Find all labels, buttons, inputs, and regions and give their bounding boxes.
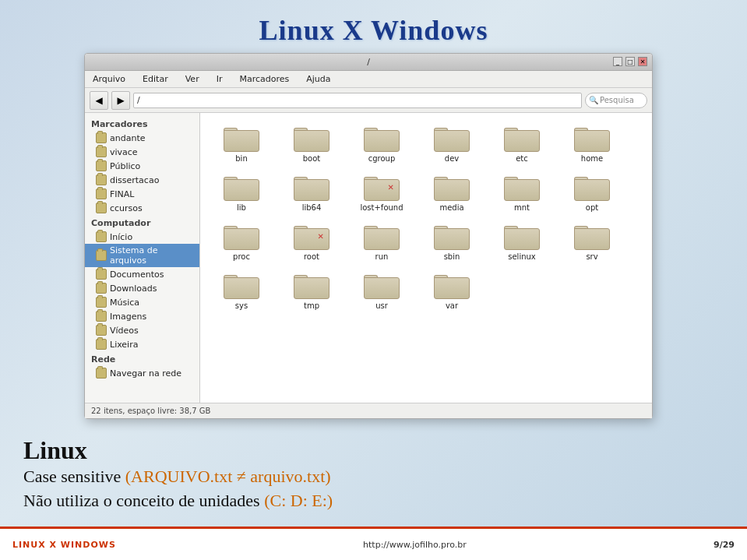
sidebar-item-final[interactable]: FINAL — [85, 187, 199, 201]
file-label-home: home — [581, 154, 603, 164]
file-item-lib64[interactable]: lib64 — [277, 168, 347, 217]
file-item-dev[interactable]: dev — [417, 119, 487, 168]
back-button[interactable]: ◀ — [90, 91, 108, 110]
sidebar-item-documentos[interactable]: Documentos — [85, 267, 199, 281]
file-item-run[interactable]: run — [347, 217, 417, 266]
sidebar-label-dissertacao: dissertacao — [110, 175, 159, 185]
file-label-srv: srv — [586, 252, 597, 262]
file-label-opt: opt — [586, 203, 598, 213]
menu-ajuda[interactable]: Ajuda — [303, 72, 333, 86]
sidebar-item-downloads[interactable]: Downloads — [85, 281, 199, 295]
file-item-root[interactable]: root — [277, 217, 347, 266]
file-item-var[interactable]: var — [417, 266, 487, 315]
file-label-root: root — [304, 252, 319, 262]
folder-icon-publico — [96, 160, 107, 171]
file-item-selinux[interactable]: selinux — [487, 217, 557, 266]
maximize-button[interactable]: □ — [625, 57, 635, 66]
file-item-boot[interactable]: boot — [277, 119, 347, 168]
file-label-var: var — [446, 301, 458, 311]
sidebar-item-inicio[interactable]: Início — [85, 230, 199, 244]
sidebar-section-rede: Rede — [85, 351, 199, 366]
file-item-lib[interactable]: lib — [206, 168, 277, 217]
folder-icon-run — [364, 222, 400, 250]
sidebar-item-dissertacao[interactable]: dissertacao — [85, 173, 199, 187]
folder-icon-selinux — [504, 222, 540, 250]
folder-icon-opt — [574, 173, 610, 201]
sidebar-label-lixeira: Lixeira — [110, 340, 138, 350]
file-item-mnt[interactable]: mnt — [487, 168, 557, 217]
file-item-etc[interactable]: etc — [487, 119, 557, 168]
sidebar-label-ccursos: ccursos — [110, 203, 143, 213]
menu-editar[interactable]: Editar — [139, 72, 171, 86]
search-icon: 🔍 — [589, 96, 598, 104]
sidebar-item-sistema-arquivos[interactable]: Sistema de arquivos — [85, 244, 199, 267]
sidebar-section-marcadores: Marcadores — [85, 116, 199, 131]
folder-icon-lib — [224, 173, 259, 201]
sidebar-item-publico[interactable]: Público — [85, 159, 199, 173]
file-label-tmp: tmp — [304, 301, 319, 311]
file-label-lib64: lib64 — [302, 203, 322, 213]
folder-icon-bin — [224, 124, 259, 152]
sidebar-item-musica[interactable]: Música — [85, 295, 199, 309]
file-label-proc: proc — [233, 252, 250, 262]
sidebar-item-imagens[interactable]: Imagens — [85, 309, 199, 323]
folder-icon-inicio — [96, 231, 107, 242]
folder-icon-downloads — [96, 283, 107, 294]
file-label-lost+found: lost+found — [360, 203, 403, 213]
file-item-media[interactable]: media — [417, 168, 487, 217]
file-item-opt[interactable]: opt — [557, 168, 627, 217]
menu-marcadores[interactable]: Marcadores — [236, 72, 292, 86]
file-item-lost+found[interactable]: lost+found — [347, 168, 417, 217]
file-item-srv[interactable]: srv — [557, 217, 627, 266]
folder-icon-proc — [224, 222, 259, 250]
menu-ver[interactable]: Ver — [182, 72, 203, 86]
folder-icon-lib64 — [294, 173, 329, 201]
sidebar-item-navegar-rede[interactable]: Navegar na rede — [85, 366, 199, 380]
sidebar-label-rede: Navegar na rede — [110, 368, 181, 379]
file-item-bin[interactable]: bin — [206, 119, 277, 168]
toolbar: ◀ ▶ / 🔍 Pesquisa — [85, 88, 652, 113]
file-item-proc[interactable]: proc — [206, 217, 277, 266]
file-label-dev: dev — [445, 154, 459, 164]
sidebar-label-musica: Música — [110, 298, 139, 308]
menu-ir[interactable]: Ir — [213, 72, 226, 86]
bottom-line3-normal: Não utiliza o conceito de unidades — [23, 491, 264, 510]
sidebar-item-andante[interactable]: andante — [85, 131, 199, 145]
file-label-sbin: sbin — [444, 252, 460, 262]
file-grid: binbootcgroupdevetchomeliblib64lost+foun… — [200, 113, 652, 403]
footer-right: 9/29 — [714, 540, 735, 550]
sidebar: Marcadores andante vivace Público disser… — [85, 113, 200, 403]
sidebar-item-lixeira[interactable]: Lixeira — [85, 337, 199, 351]
folder-icon-documentos — [96, 269, 107, 280]
menu-arquivo[interactable]: Arquivo — [90, 72, 129, 86]
file-item-sys[interactable]: sys — [206, 266, 277, 315]
sidebar-label-andante: andante — [110, 133, 146, 143]
sidebar-label-publico: Público — [110, 161, 140, 171]
file-item-usr[interactable]: usr — [347, 266, 417, 315]
sidebar-label-final: FINAL — [110, 189, 134, 199]
file-label-sys: sys — [235, 301, 248, 311]
file-item-cgroup[interactable]: cgroup — [347, 119, 417, 168]
search-box[interactable]: 🔍 Pesquisa — [585, 93, 647, 108]
sidebar-item-videos[interactable]: Vídeos — [85, 323, 199, 337]
file-item-tmp[interactable]: tmp — [277, 266, 347, 315]
folder-icon-boot — [294, 124, 329, 152]
file-label-cgroup: cgroup — [368, 154, 396, 164]
location-bar[interactable]: / — [133, 93, 582, 108]
file-item-sbin[interactable]: sbin — [417, 217, 487, 266]
sidebar-item-ccursos[interactable]: ccursos — [85, 201, 199, 215]
file-item-home[interactable]: home — [557, 119, 627, 168]
close-button[interactable]: ✕ — [638, 57, 647, 66]
folder-icon-musica — [96, 297, 107, 308]
sidebar-label-documentos: Documentos — [110, 269, 164, 280]
folder-icon-dissertacao — [96, 174, 107, 185]
folder-icon-media — [434, 173, 470, 201]
folder-icon-videos — [96, 325, 107, 336]
folder-icon-sys — [224, 271, 259, 299]
folder-icon-lixeira — [96, 339, 107, 350]
minimize-button[interactable]: _ — [613, 57, 622, 66]
sidebar-label-videos: Vídeos — [110, 326, 139, 336]
forward-button[interactable]: ▶ — [111, 91, 130, 110]
sidebar-label-downloads: Downloads — [110, 284, 157, 294]
sidebar-item-vivace[interactable]: vivace — [85, 145, 199, 159]
